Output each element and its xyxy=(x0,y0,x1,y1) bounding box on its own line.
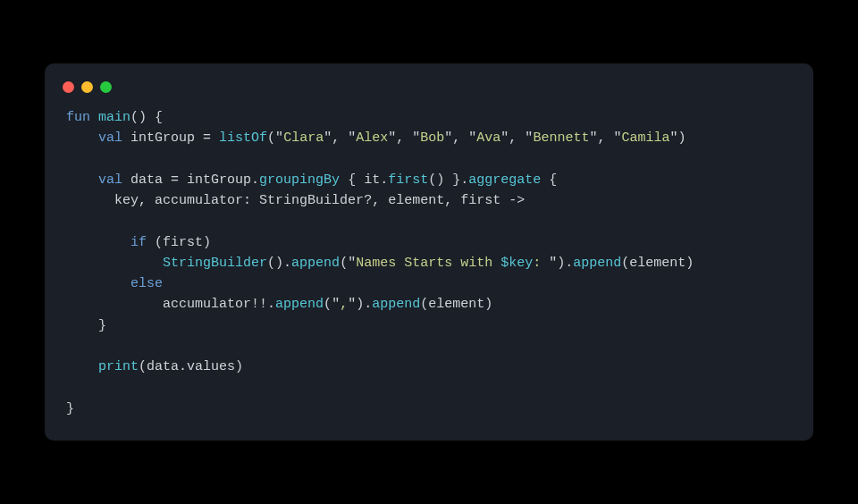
quote: " xyxy=(275,130,283,146)
comma: , xyxy=(509,130,525,146)
param-first: first xyxy=(460,193,500,208)
comma: , xyxy=(396,130,412,146)
minimize-icon[interactable] xyxy=(81,81,93,93)
paren-open: ( xyxy=(267,130,275,146)
id-data-ref: data xyxy=(147,359,179,374)
keyword-else: else xyxy=(130,276,163,291)
str-bob: Bob xyxy=(420,130,444,146)
str-bennett: Bennett xyxy=(533,130,589,146)
id-intgroup-ref: intGroup xyxy=(187,172,251,188)
quote: " xyxy=(348,256,356,271)
dot: . xyxy=(251,172,259,188)
str-comma: , xyxy=(340,297,348,312)
quote: " xyxy=(388,130,396,146)
paren-close: ) xyxy=(677,130,686,146)
dot: . xyxy=(283,256,291,271)
str-names1: Names Starts with xyxy=(356,256,500,271)
id-data: data xyxy=(130,172,163,188)
keyword-if: if xyxy=(130,235,147,250)
dot: . xyxy=(267,297,275,312)
id-first-cond: first xyxy=(163,235,203,250)
brace-close: } xyxy=(452,172,460,188)
paren-close: ) xyxy=(436,172,444,188)
paren-open: ( xyxy=(621,256,629,271)
str-camila: Camila xyxy=(621,130,669,146)
paren-close: ) xyxy=(686,256,694,271)
quote: " xyxy=(549,256,557,271)
paren-open: ( xyxy=(155,235,163,250)
comma: , xyxy=(139,193,155,208)
quote: " xyxy=(500,130,509,146)
id-it: it xyxy=(364,172,380,188)
quote: " xyxy=(348,130,356,146)
str-alex: Alex xyxy=(356,130,388,146)
interp-key: $key xyxy=(500,256,533,271)
bangbang: !! xyxy=(251,297,267,312)
keyword-val: val xyxy=(98,130,122,146)
param-accumulator: accumulator xyxy=(155,193,243,208)
paren-open: ( xyxy=(420,297,428,312)
paren-open: ( xyxy=(139,359,147,374)
dot: . xyxy=(460,172,468,188)
comma: , xyxy=(372,193,388,208)
quote: " xyxy=(324,130,332,146)
paren-close: ) xyxy=(557,256,565,271)
fn-append: append xyxy=(291,256,340,271)
dot: . xyxy=(380,172,388,188)
quote: " xyxy=(348,297,356,312)
qmark: ? xyxy=(364,193,372,208)
code-block: fun main() { val intGroup = listOf("Clar… xyxy=(45,107,813,419)
dot: . xyxy=(179,359,187,374)
code-window: fun main() { val intGroup = listOf("Clar… xyxy=(45,63,813,441)
param-key: key xyxy=(114,193,139,208)
ctor-stringbuilder: StringBuilder xyxy=(163,256,267,271)
quote: " xyxy=(444,130,452,146)
comma: , xyxy=(452,130,468,146)
brace-close: } xyxy=(66,401,74,416)
arrow: -> xyxy=(500,193,525,208)
fn-first: first xyxy=(388,172,428,188)
paren-open: ( xyxy=(267,256,275,271)
brace-close: } xyxy=(98,318,106,333)
id-element-ref: element xyxy=(428,297,484,312)
paren-close: ) xyxy=(275,256,283,271)
titlebar xyxy=(45,81,813,107)
str-ava: Ava xyxy=(476,130,500,146)
id-element-ref: element xyxy=(629,256,686,271)
fn-groupingby: groupingBy xyxy=(259,172,340,188)
fn-listof: listOf xyxy=(219,130,267,146)
fn-append: append xyxy=(573,256,621,271)
type-stringbuilder: StringBuilder xyxy=(259,193,364,208)
paren-close: ) xyxy=(139,110,147,125)
quote: " xyxy=(332,297,340,312)
dot: . xyxy=(565,256,573,271)
quote: " xyxy=(412,130,420,146)
comma: , xyxy=(444,193,460,208)
comma: , xyxy=(597,130,613,146)
assign: = xyxy=(163,172,187,188)
fn-append: append xyxy=(275,297,324,312)
fn-aggregate: aggregate xyxy=(468,172,541,188)
assign: = xyxy=(195,130,219,146)
keyword-val: val xyxy=(98,172,122,188)
id-accumulator-ref: accumulator xyxy=(163,297,251,312)
maximize-icon[interactable] xyxy=(100,81,112,93)
keyword-fun: fun xyxy=(66,110,90,125)
fn-append: append xyxy=(372,297,420,312)
paren-open: ( xyxy=(324,297,332,312)
brace-open: { xyxy=(348,172,356,188)
str-clara: Clara xyxy=(283,130,324,146)
brace-open: { xyxy=(155,110,163,125)
param-element: element xyxy=(388,193,444,208)
id-intgroup: intGroup xyxy=(130,130,195,146)
paren-close: ) xyxy=(356,297,364,312)
paren-open: ( xyxy=(428,172,436,188)
paren-close: ) xyxy=(203,235,211,250)
paren-close: ) xyxy=(235,359,243,374)
paren-close: ) xyxy=(484,297,492,312)
comma: , xyxy=(332,130,348,146)
fn-main: main xyxy=(98,110,130,125)
colon: : xyxy=(243,193,259,208)
str-names2: : xyxy=(533,256,549,271)
close-icon[interactable] xyxy=(63,81,74,93)
